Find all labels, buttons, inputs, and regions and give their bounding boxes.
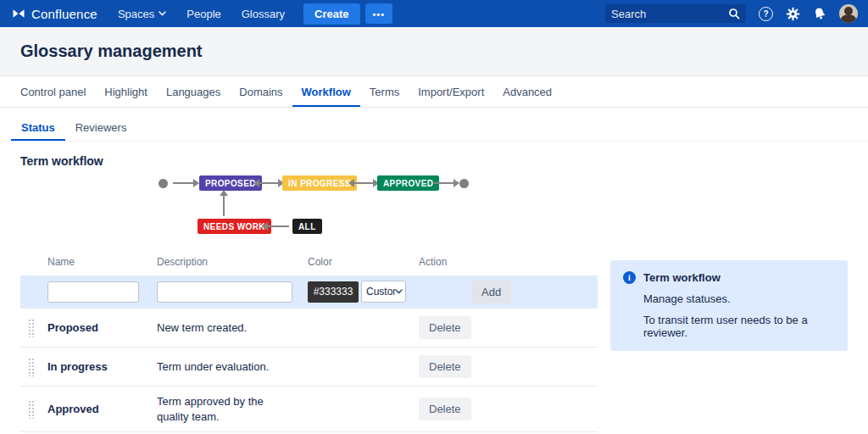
tab-terms[interactable]: Terms [360, 84, 409, 107]
arrow-both-icon [353, 182, 374, 184]
term-workflow-info-panel: i Term workflow Manage statuses. To tran… [610, 260, 848, 351]
nav-item-people[interactable]: People [186, 8, 220, 20]
tab-highlight[interactable]: Highlight [95, 84, 157, 107]
info-panel-line: Manage statuses. [643, 292, 835, 305]
settings-gear-icon[interactable] [786, 7, 800, 21]
table-header-row: Name Description Color Action [20, 256, 598, 275]
help-icon[interactable]: ? [759, 7, 773, 21]
search-icon[interactable] [728, 8, 740, 19]
col-header-description: Description [157, 256, 308, 268]
arrow-up-icon [223, 195, 225, 216]
chevron-down-icon [159, 11, 166, 16]
tab-languages[interactable]: Languages [157, 84, 230, 107]
user-avatar[interactable] [839, 4, 858, 23]
col-header-color: Color [308, 256, 419, 268]
confluence-logo-icon [12, 7, 25, 20]
status-name: In progress [47, 360, 157, 373]
create-button[interactable]: Create [303, 3, 359, 25]
tab-import-export[interactable]: Import/Export [409, 84, 493, 107]
chevron-down-icon [395, 289, 403, 294]
table-row-in-progress: In progress Term under evaluation. Delet… [20, 347, 598, 386]
new-status-row: #333333 Custom Add [20, 275, 598, 308]
notifications-bell-icon[interactable] [811, 5, 828, 22]
drag-handle-icon[interactable] [28, 358, 36, 376]
new-status-description-input[interactable] [157, 281, 292, 303]
workflow-badge-proposed: PROPOSED [199, 175, 262, 191]
status-description: New term created. [157, 320, 308, 336]
search-box[interactable] [605, 4, 746, 23]
color-mode-select[interactable]: Custom [361, 281, 406, 303]
nav-item-glossary[interactable]: Glossary [242, 8, 285, 20]
page-title: Glossary management [20, 42, 848, 61]
more-menu-button[interactable]: ••• [365, 3, 393, 24]
status-name: Proposed [47, 321, 157, 334]
arrow-left-icon [267, 225, 289, 227]
status-table: Name Description Color Action #333333 Cu… [20, 256, 598, 432]
arrow-right-icon [434, 182, 454, 184]
brand-name: Confluence [31, 7, 97, 21]
sub-tabs: Status Reviewers [0, 121, 868, 142]
new-status-name-input[interactable] [47, 281, 139, 303]
drag-handle-icon[interactable] [28, 319, 36, 337]
table-row-approved: Approved Term approved by the quality te… [20, 386, 598, 431]
info-panel-line: To transit term user needs to be a revie… [643, 314, 835, 339]
term-workflow-heading: Term workflow [20, 154, 848, 168]
nav-item-spaces[interactable]: Spaces [118, 8, 166, 20]
col-header-action: Action [419, 256, 598, 268]
workflow-end-node [459, 179, 469, 188]
table-row-proposed: Proposed New term created. Delete [20, 308, 598, 347]
top-navbar: Confluence Spaces People Glossary Create… [0, 0, 868, 27]
info-icon: i [623, 271, 636, 284]
status-description: Term approved by the quality team. [157, 394, 308, 424]
status-description: Term under evaluation. [157, 359, 308, 375]
info-panel-title: Term workflow [643, 271, 721, 284]
workflow-badge-needs-work: NEEDS WORK [198, 219, 271, 234]
drag-handle-icon[interactable] [28, 400, 36, 419]
delete-status-button[interactable]: Delete [419, 398, 471, 420]
tab-advanced[interactable]: Advanced [493, 84, 561, 107]
workflow-badge-all: ALL [292, 219, 322, 234]
status-name: Approved [47, 403, 157, 415]
custom-color-swatch[interactable]: #333333 [308, 281, 359, 303]
main-tabs: Control panel Highlight Languages Domain… [0, 84, 868, 108]
delete-status-button[interactable]: Delete [419, 355, 471, 378]
confluence-home-link[interactable]: Confluence [12, 7, 97, 21]
workflow-start-node [159, 179, 168, 188]
workflow-badge-in-progress: IN PROGRESS [282, 175, 357, 191]
delete-status-button[interactable]: Delete [419, 316, 471, 339]
tab-domains[interactable]: Domains [230, 84, 292, 107]
search-input[interactable] [611, 8, 728, 20]
add-status-button[interactable]: Add [471, 281, 511, 303]
arrow-both-icon [259, 182, 279, 184]
workflow-diagram: PROPOSED IN PROGRESS APPROVED NEEDS WORK… [20, 171, 848, 244]
workflow-badge-approved: APPROVED [377, 175, 439, 191]
tab-control-panel[interactable]: Control panel [11, 84, 95, 107]
col-header-name: Name [47, 256, 157, 268]
subtab-status[interactable]: Status [11, 121, 65, 141]
subtab-reviewers[interactable]: Reviewers [65, 121, 137, 141]
page-header: Glossary management [0, 27, 868, 76]
tab-workflow[interactable]: Workflow [292, 84, 360, 107]
arrow-right-icon [173, 182, 194, 184]
